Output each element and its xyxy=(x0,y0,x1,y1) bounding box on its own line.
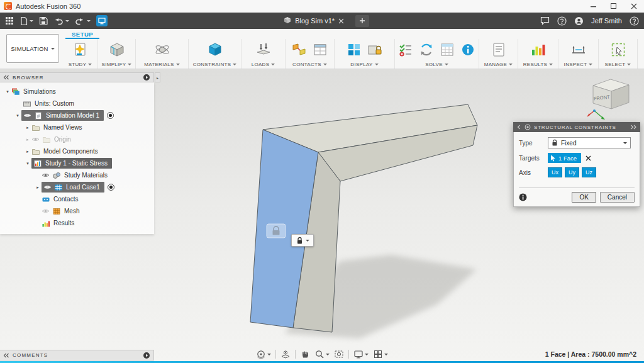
help-circle-icon[interactable] xyxy=(557,16,567,26)
show-constraints-button[interactable] xyxy=(365,40,384,59)
cancel-button[interactable]: Cancel xyxy=(600,192,635,203)
materials-group-label[interactable]: MATERIALS xyxy=(144,62,179,67)
display-settings-button[interactable] xyxy=(353,349,369,359)
tree-item-model-components[interactable]: Model Components xyxy=(0,145,154,157)
maximize-button[interactable] xyxy=(604,0,624,13)
grid-layout-button[interactable] xyxy=(373,349,388,359)
workspace-switcher-button[interactable]: SIMULATION xyxy=(6,34,59,63)
results-report-button[interactable] xyxy=(438,40,457,59)
tree-item-named-views[interactable]: Named Views xyxy=(0,121,154,133)
save-button[interactable] xyxy=(39,16,48,25)
select-button[interactable] xyxy=(609,40,628,59)
visibility-eye-icon[interactable] xyxy=(42,208,50,214)
loads-group-label[interactable]: LOADS xyxy=(252,62,275,67)
select-group-label[interactable]: SELECT xyxy=(605,62,631,67)
solve-info-icon[interactable] xyxy=(458,40,477,59)
expand-arrow-icon[interactable] xyxy=(14,109,21,121)
activate-radio-button[interactable] xyxy=(108,184,114,191)
extensions-icon[interactable] xyxy=(96,15,108,26)
inspect-group-label[interactable]: INSPECT xyxy=(564,62,593,67)
activate-radio-button[interactable] xyxy=(107,112,114,119)
orbit-button[interactable] xyxy=(256,349,271,359)
collapse-chevrons-icon[interactable] xyxy=(3,353,9,358)
dialog-header[interactable]: STRUCTURAL CONSTRAINTS xyxy=(513,122,640,132)
tree-item-simulation-model-1[interactable]: Simulation Model 1 xyxy=(0,109,154,121)
solve-button[interactable] xyxy=(417,40,436,59)
tab-setup[interactable]: SETUP xyxy=(65,30,99,39)
collapse-chevrons-icon[interactable] xyxy=(3,75,9,80)
expand-arrow-icon[interactable] xyxy=(4,86,11,98)
file-menu-button[interactable] xyxy=(19,16,33,26)
model-canvas[interactable]: FRONT BROWSER Sim xyxy=(0,69,644,363)
tree-item-load-case1[interactable]: Load Case1 xyxy=(0,181,154,193)
display-group-label[interactable]: DISPLAY xyxy=(350,62,378,67)
question-circle-icon[interactable] xyxy=(630,16,639,26)
zoom-button[interactable] xyxy=(314,349,330,359)
results-button[interactable] xyxy=(529,40,548,59)
comments-panel-header[interactable]: COMMENTS xyxy=(0,350,154,360)
tree-item-study-1[interactable]: Study 1 - Static Stress xyxy=(0,157,154,169)
tree-item-results[interactable]: Results xyxy=(0,217,154,229)
collapse-arrow-icon[interactable] xyxy=(24,133,31,145)
undo-button[interactable] xyxy=(53,16,69,25)
new-tab-button[interactable] xyxy=(355,15,369,27)
solve-group-label[interactable]: SOLVE xyxy=(425,62,448,67)
expand-arrow-icon[interactable] xyxy=(24,157,31,169)
collapse-arrow-icon[interactable] xyxy=(34,181,42,193)
tree-item-units[interactable]: Units: Custom xyxy=(0,98,154,109)
constraints-group-label[interactable]: CONSTRAINTS xyxy=(193,62,237,67)
axis-uy-toggle[interactable]: Uy xyxy=(565,167,579,177)
degrees-of-freedom-button[interactable] xyxy=(345,40,364,59)
tree-item-mesh[interactable]: Mesh xyxy=(0,205,154,217)
collapse-arrow-icon[interactable] xyxy=(24,121,31,133)
redo-button[interactable] xyxy=(75,16,91,25)
user-name[interactable]: Jeff Smith xyxy=(591,17,622,25)
axis-uz-toggle[interactable]: Uz xyxy=(582,167,596,177)
pan-button[interactable] xyxy=(300,349,310,359)
comments-display-toggle-button[interactable] xyxy=(143,352,150,359)
visibility-eye-icon[interactable] xyxy=(42,172,50,178)
simplify-button[interactable] xyxy=(108,40,126,59)
comment-bubble-icon[interactable] xyxy=(540,16,550,25)
loads-button[interactable] xyxy=(254,40,273,59)
manage-group-label[interactable]: MANAGE xyxy=(484,62,513,67)
tree-item-contacts[interactable]: Contacts xyxy=(0,193,154,205)
collapse-arrow-icon[interactable] xyxy=(24,145,31,157)
browser-display-toggle-button[interactable] xyxy=(143,74,150,81)
visibility-eye-icon[interactable] xyxy=(31,137,40,142)
tree-item-study-materials[interactable]: Study Materials xyxy=(0,169,154,181)
document-tab[interactable]: Blog Sim v1* xyxy=(279,13,349,29)
results-group-label[interactable]: RESULTS xyxy=(523,62,553,67)
study-group-label[interactable]: STUDY xyxy=(69,62,92,67)
visibility-eye-icon[interactable] xyxy=(23,113,32,118)
materials-button[interactable] xyxy=(153,40,172,59)
precheck-button[interactable] xyxy=(396,40,415,59)
inspect-button[interactable] xyxy=(569,40,588,59)
ok-button[interactable]: OK xyxy=(572,192,596,203)
simplify-group-label[interactable]: SIMPLIFY xyxy=(102,62,132,67)
manage-contacts-button[interactable] xyxy=(311,40,330,59)
dialog-popout-icon[interactable] xyxy=(630,125,637,130)
clear-targets-button[interactable] xyxy=(586,155,591,161)
close-tab-icon[interactable] xyxy=(338,15,344,26)
constraint-type-select[interactable]: Fixed xyxy=(548,137,631,148)
tree-item-simulations[interactable]: Simulations xyxy=(0,86,154,98)
manage-button[interactable] xyxy=(489,40,508,59)
minimize-button[interactable] xyxy=(584,0,604,13)
visibility-eye-icon[interactable] xyxy=(43,184,52,190)
browser-panel-header[interactable]: BROWSER xyxy=(0,72,154,82)
data-panel-grid-icon[interactable] xyxy=(5,16,14,25)
constraints-button[interactable] xyxy=(206,40,225,59)
lock-selection-button[interactable] xyxy=(291,234,314,247)
tree-item-origin[interactable]: Origin xyxy=(0,133,154,145)
targets-selection-chip[interactable]: 1 Face xyxy=(548,153,581,163)
fit-button[interactable] xyxy=(334,349,344,359)
close-button[interactable] xyxy=(624,0,644,13)
axis-ux-toggle[interactable]: Ux xyxy=(548,167,562,177)
view-cube[interactable]: FRONT xyxy=(586,75,635,126)
contacts-group-label[interactable]: CONTACTS xyxy=(292,62,327,67)
dialog-info-icon[interactable] xyxy=(519,193,527,201)
new-study-button[interactable] xyxy=(71,40,90,59)
profile-avatar-icon[interactable] xyxy=(574,16,584,26)
look-at-button[interactable] xyxy=(280,349,291,359)
